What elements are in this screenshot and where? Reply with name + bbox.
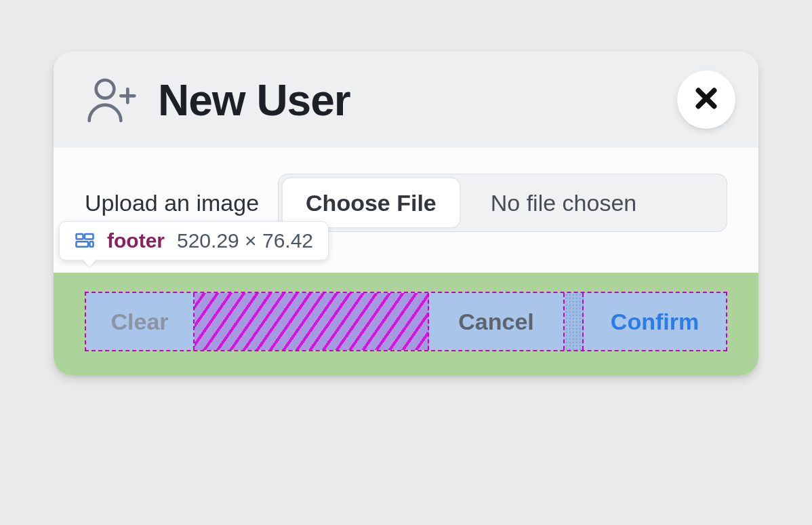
dialog-header: New User <box>54 52 758 148</box>
footer-flex-container: Clear Cancel Confirm <box>85 292 727 351</box>
clear-button[interactable]: Clear <box>86 293 195 350</box>
user-plus-icon <box>85 73 139 128</box>
devtools-tooltip: footer 520.29 × 76.42 <box>59 221 329 260</box>
dialog-footer: footer 520.29 × 76.42 Clear Cancel Confi… <box>54 273 758 376</box>
dialog-title: New User <box>158 75 350 125</box>
flex-layout-icon <box>75 231 95 251</box>
svg-point-0 <box>96 80 115 98</box>
svg-rect-7 <box>77 241 89 247</box>
upload-label: Upload an image <box>85 190 259 216</box>
cancel-label: Cancel <box>458 309 534 335</box>
close-icon <box>693 85 720 115</box>
close-button[interactable] <box>677 71 735 129</box>
flex-gap-region <box>195 293 429 350</box>
cancel-button[interactable]: Cancel <box>429 293 565 350</box>
clear-label: Clear <box>110 309 168 335</box>
svg-rect-8 <box>90 241 94 247</box>
file-input[interactable]: Choose File No file chosen <box>278 174 727 232</box>
confirm-label: Confirm <box>611 309 699 335</box>
flex-margin-region <box>565 293 584 350</box>
new-user-dialog: New User Upload an image Choose File No … <box>54 52 758 376</box>
svg-rect-5 <box>77 234 83 239</box>
svg-rect-6 <box>85 234 94 239</box>
choose-file-label: Choose File <box>306 190 437 216</box>
devtools-dimensions: 520.29 × 76.42 <box>177 229 313 252</box>
file-status-text: No file chosen <box>464 174 727 231</box>
confirm-button[interactable]: Confirm <box>584 293 726 350</box>
devtools-selector: footer <box>107 229 165 252</box>
